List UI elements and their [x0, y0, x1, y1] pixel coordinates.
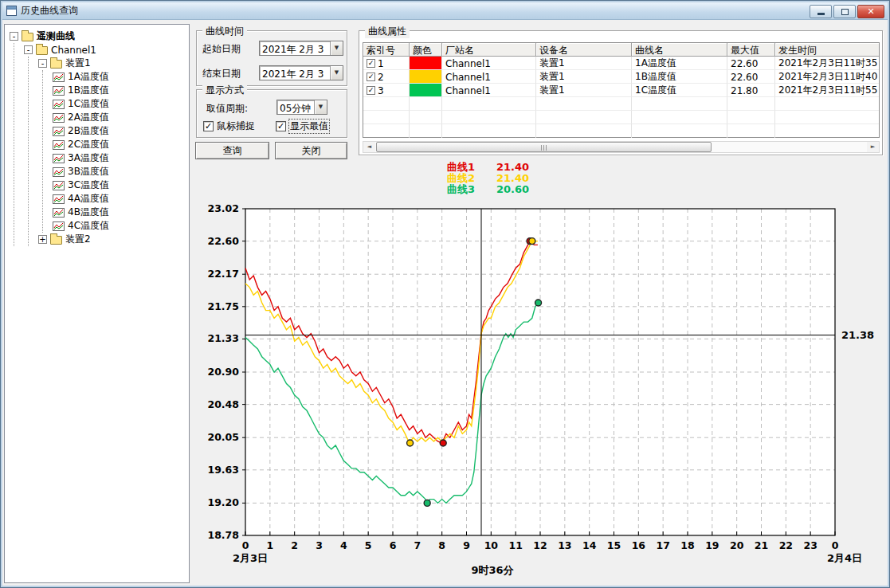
- row-index: 3: [378, 85, 384, 96]
- col-header-index[interactable]: 索引号: [363, 43, 410, 57]
- time-cell: 2021年2月3日11时55: [775, 84, 879, 97]
- curve-props-title: 曲线属性: [365, 25, 410, 38]
- tree-device2-label: 装置2: [65, 233, 91, 246]
- folder-icon: [36, 46, 48, 55]
- close-dialog-button[interactable]: 关闭: [275, 142, 347, 159]
- tree-leaf-2c[interactable]: 2C温度值: [53, 138, 187, 151]
- window-title: 历史曲线查询: [21, 4, 78, 18]
- color-swatch: [410, 70, 441, 83]
- svg-text:23: 23: [803, 539, 817, 551]
- display-mode-title: 显示方式: [202, 84, 247, 97]
- tree-node-root[interactable]: - 遥测曲线: [10, 29, 187, 43]
- tree-leaf-1b[interactable]: 1B温度值: [53, 84, 187, 97]
- curve-icon: [53, 181, 65, 190]
- minimize-button[interactable]: [810, 5, 832, 18]
- expand-icon[interactable]: +: [38, 235, 47, 244]
- tree-leaf-4c[interactable]: 4C温度值: [53, 219, 187, 233]
- close-icon: ✕: [867, 6, 874, 17]
- show-extreme-checkbox[interactable]: ✓ 显示最值: [276, 120, 329, 132]
- svg-text:20: 20: [730, 539, 744, 551]
- tree-leaf-3c[interactable]: 3C温度值: [53, 178, 187, 192]
- svg-text:6: 6: [390, 539, 397, 551]
- tree-leaf-label: 3C温度值: [68, 178, 109, 192]
- tree-node-channel1[interactable]: - Channel1: [24, 43, 187, 57]
- curve-tree-panel[interactable]: - 遥测曲线 - Channel1 - 装置1: [4, 24, 190, 583]
- mouse-capture-checkbox[interactable]: ✓ 鼠标捕捉: [203, 120, 255, 132]
- col-header-time[interactable]: 发生时间: [775, 43, 879, 57]
- chevron-down-icon[interactable]: ▼: [314, 100, 327, 114]
- tree-leaf-3b[interactable]: 3B温度值: [53, 165, 187, 178]
- col-header-max[interactable]: 最大值: [727, 43, 775, 57]
- collapse-icon[interactable]: -: [10, 32, 18, 41]
- curve-props-group: 曲线属性 索引号 颜色 厂站名 设备名 曲线名 最大值 发生时间 ✓1 Chan…: [359, 30, 883, 155]
- scroll-right-icon[interactable]: ►: [867, 142, 879, 152]
- restore-button[interactable]: [833, 5, 856, 18]
- legend-value: 21.40: [496, 162, 529, 173]
- table-row[interactable]: ✓2 Channel1 装置1 1B温度值 22.60 2021年2月3日11时…: [363, 70, 879, 84]
- scrollbar-thumb[interactable]: [376, 142, 712, 152]
- checkbox-check-icon[interactable]: ✓: [203, 121, 214, 131]
- curve-icon: [53, 140, 65, 150]
- tree-leaf-1a[interactable]: 1A温度值: [53, 70, 187, 84]
- col-header-color[interactable]: 颜色: [410, 43, 442, 57]
- legend-row-1: 曲线1 21.40: [447, 162, 529, 173]
- svg-text:3: 3: [316, 539, 323, 551]
- chevron-down-icon[interactable]: ▼: [330, 41, 343, 55]
- history-curve-chart[interactable]: 23.0222.6022.1721.7521.3320.9020.4820.05…: [191, 180, 886, 582]
- start-date-picker[interactable]: 2021年 2月 3 ▼: [259, 41, 343, 56]
- tree-leaf-3a[interactable]: 3A温度值: [53, 151, 187, 165]
- checkbox-check-icon[interactable]: ✓: [276, 121, 286, 131]
- tree-leaf-1c[interactable]: 1C温度值: [53, 97, 187, 111]
- col-header-device[interactable]: 设备名: [536, 43, 632, 57]
- folder-icon: [22, 33, 33, 41]
- svg-text:22.60: 22.60: [207, 235, 239, 247]
- period-select[interactable]: 05分钟 ▼: [276, 100, 327, 115]
- curve-icon: [53, 100, 65, 109]
- end-date-label: 结束日期: [202, 67, 241, 80]
- legend-label: 曲线1: [447, 162, 488, 173]
- svg-text:15: 15: [607, 539, 621, 551]
- collapse-icon[interactable]: -: [24, 45, 33, 54]
- tree-leaf-label: 4B温度值: [68, 206, 109, 219]
- chevron-down-icon[interactable]: ▼: [330, 66, 343, 80]
- tree-leaf-label: 2C温度值: [68, 138, 109, 151]
- svg-text:14: 14: [582, 539, 597, 551]
- svg-text:7: 7: [414, 539, 421, 551]
- svg-text:4: 4: [340, 539, 347, 551]
- end-date-picker[interactable]: 2021年 2月 3 ▼: [259, 65, 343, 80]
- end-date-value: 2021年 2月 3: [260, 66, 330, 80]
- tree-node-device2[interactable]: + 装置2: [38, 233, 187, 246]
- tree-leaf-2a[interactable]: 2A温度值: [53, 111, 187, 124]
- title-bar[interactable]: 历史曲线查询 ✕: [2, 2, 888, 20]
- table-row[interactable]: ✓1 Channel1 装置1 1A温度值 22.60 2021年2月3日11时…: [363, 57, 879, 70]
- col-header-curve[interactable]: 曲线名: [632, 43, 727, 57]
- close-button[interactable]: ✕: [857, 5, 884, 18]
- svg-text:21.75: 21.75: [207, 300, 239, 312]
- max-cell: 21.80: [727, 84, 775, 97]
- table-hscrollbar[interactable]: ◄ ►: [363, 141, 880, 153]
- tree-leaf-4b[interactable]: 4B温度值: [53, 206, 187, 219]
- tree-leaf-4a[interactable]: 4A温度值: [53, 192, 187, 206]
- svg-text:0: 0: [242, 539, 249, 551]
- row-checkbox[interactable]: ✓: [367, 59, 375, 68]
- query-button[interactable]: 查询: [195, 142, 269, 159]
- curve-table[interactable]: 索引号 颜色 厂站名 设备名 曲线名 最大值 发生时间 ✓1 Channel1 …: [363, 42, 880, 138]
- row-checkbox[interactable]: ✓: [367, 86, 375, 95]
- collapse-icon[interactable]: -: [38, 59, 47, 68]
- max-cell: 22.60: [727, 57, 775, 70]
- period-value: 05分钟: [277, 100, 314, 114]
- svg-text:2: 2: [291, 539, 298, 551]
- col-header-station[interactable]: 厂站名: [442, 43, 536, 57]
- curve-icon: [53, 154, 65, 163]
- tree-channel-label: Channel1: [51, 45, 96, 56]
- scrollbar-grip-icon: [541, 145, 547, 151]
- scroll-left-icon[interactable]: ◄: [363, 142, 375, 152]
- tree-node-device1[interactable]: - 装置1: [38, 57, 187, 70]
- row-checkbox[interactable]: ✓: [367, 73, 375, 81]
- tree-leaf-2b[interactable]: 2B温度值: [53, 124, 187, 138]
- svg-text:11: 11: [508, 539, 522, 551]
- table-empty-row: [363, 111, 879, 124]
- station-cell: Channel1: [442, 84, 536, 97]
- table-row[interactable]: ✓3 Channel1 装置1 1C温度值 21.80 2021年2月3日11时…: [363, 84, 879, 97]
- time-cell: 2021年2月3日11时40: [775, 70, 879, 84]
